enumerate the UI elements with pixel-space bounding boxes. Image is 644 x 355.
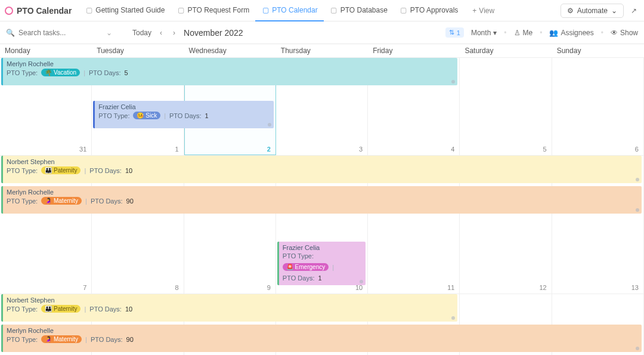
pto-type-tag: 🚨 Emergency	[283, 263, 329, 271]
tabs-container: ▢Getting Started Guide▢PTO Request Form▢…	[79, 0, 464, 21]
calendar-day-cell[interactable]: 5	[460, 58, 552, 155]
me-filter[interactable]: ♙ Me	[514, 29, 533, 37]
doc-icon: ▢	[177, 6, 185, 14]
divider: •	[504, 29, 506, 37]
pto-days-value: 5	[125, 69, 128, 76]
divider: •	[601, 29, 603, 37]
event-name: Merlyn Rochelle	[7, 60, 454, 67]
pto-days-label: PTO Days:	[169, 112, 202, 119]
tab-pto-request-form[interactable]: ▢PTO Request Form	[171, 0, 255, 21]
calendar-event[interactable]: Frazier CeliaPTO Type:🚨 Emergency|PTO Da…	[277, 242, 366, 285]
pto-type-label: PTO Type:	[7, 197, 38, 205]
prev-month-button[interactable]: ‹	[157, 27, 165, 38]
filter-count: 1	[457, 29, 460, 36]
separator: |	[332, 264, 334, 271]
pto-type-label: PTO Type:	[7, 305, 38, 313]
event-name: Merlyn Rochelle	[7, 189, 638, 196]
assignees-label: Assignees	[561, 29, 593, 37]
pto-days-value: 1	[318, 274, 321, 282]
doc-icon: ▢	[400, 6, 408, 14]
workspace-title[interactable]: PTO Calendar	[5, 6, 76, 16]
calendar-week-row: 78910111213Norbert StephenPTO Type:👪 Pat…	[0, 156, 644, 294]
date-number: 5	[543, 146, 547, 153]
automate-label: Automate	[577, 7, 608, 15]
me-label: Me	[523, 29, 533, 37]
tab-label: PTO Approvals	[410, 6, 458, 14]
separator: |	[84, 305, 86, 313]
date-number: 8	[175, 284, 178, 291]
pto-days-label: PTO Days:	[89, 69, 121, 76]
pto-type-tag: 🤒 Sick	[133, 112, 160, 119]
calendar-event[interactable]: Merlyn RochellePTO Type:🤰 Maternity|PTO …	[1, 186, 642, 214]
date-nav: Today ‹ › November 2022	[132, 27, 243, 38]
next-month-button[interactable]: ›	[171, 27, 178, 38]
eye-icon: 👁	[611, 29, 618, 37]
date-number: 7	[83, 284, 86, 291]
event-handle[interactable]	[636, 208, 639, 212]
doc-icon: ▢	[261, 6, 270, 14]
event-handle[interactable]	[451, 316, 455, 320]
assignees-filter[interactable]: 👥 Assignees	[549, 29, 593, 37]
event-detail-line: PTO Type:🤒 Sick|PTO Days: 1	[98, 112, 270, 119]
date-number: 12	[539, 284, 546, 291]
automate-button[interactable]: ⚙ Automate ⌄	[561, 4, 624, 18]
event-name: Norbert Stephen	[7, 297, 454, 304]
separator: |	[85, 197, 87, 205]
view-mode-select[interactable]: Month ▾	[471, 29, 497, 37]
tab-getting-started-guide[interactable]: ▢Getting Started Guide	[79, 0, 171, 21]
show-toggle[interactable]: 👁 Show	[611, 29, 638, 37]
date-number: 11	[447, 284, 454, 291]
people-icon: 👥	[549, 29, 558, 37]
pto-days-value: 10	[125, 305, 132, 313]
weekday-heading: Friday	[368, 44, 460, 57]
event-detail-line: PTO Type:👪 Paternity|PTO Days: 10	[7, 166, 638, 174]
event-handle[interactable]	[451, 80, 455, 84]
separator: |	[164, 112, 166, 119]
top-tabs-bar: PTO Calendar ▢Getting Started Guide▢PTO …	[0, 0, 644, 21]
date-number: 1	[175, 146, 178, 153]
event-handle[interactable]	[268, 123, 271, 126]
person-icon: ♙	[514, 29, 521, 37]
filter-chip[interactable]: ⇅ 1	[445, 27, 464, 38]
tab-pto-approvals[interactable]: ▢PTO Approvals	[394, 0, 464, 21]
calendar-event[interactable]: Frazier CeliaPTO Type:🤒 Sick|PTO Days: 1	[93, 101, 274, 128]
chevron-down-icon: ⌄	[611, 7, 617, 15]
workspace-title-text: PTO Calendar	[17, 6, 72, 16]
separator: |	[84, 167, 86, 174]
calendar-toolbar: 🔍 ⌄ Today ‹ › November 2022 ⇅ 1 Month ▾ …	[0, 21, 644, 44]
calendar-day-cell[interactable]: 6	[552, 58, 644, 155]
show-label: Show	[620, 29, 638, 37]
calendar-grid: 31123456Merlyn RochellePTO Type:🌴 Vacati…	[0, 58, 644, 355]
today-button[interactable]: Today	[132, 29, 151, 37]
date-number: 4	[451, 146, 454, 153]
calendar-event[interactable]: Norbert StephenPTO Type:👪 Paternity|PTO …	[1, 156, 642, 183]
workspace-icon	[5, 7, 13, 15]
search-dropdown-toggle[interactable]: ⌄	[103, 27, 116, 38]
plus-icon: +	[472, 7, 476, 15]
pto-type-label: PTO Type:	[283, 252, 314, 260]
pto-type-tag: 👪 Paternity	[41, 166, 80, 174]
search-icon: 🔍	[6, 29, 15, 37]
add-view-button[interactable]: + View	[466, 7, 500, 15]
event-handle[interactable]	[636, 347, 639, 350]
view-mode-label: Month	[471, 29, 491, 37]
pto-days-label: PTO Days:	[89, 305, 122, 313]
event-detail-line: PTO Type:🌴 Vacation|PTO Days: 5	[7, 69, 454, 76]
tab-pto-database[interactable]: ▢PTO Database	[324, 0, 394, 21]
tab-pto-calendar[interactable]: ▢PTO Calendar	[255, 0, 323, 21]
calendar-event[interactable]: Merlyn RochellePTO Type:🤰 Maternity|PTO …	[1, 325, 642, 352]
calendar-event[interactable]: Norbert StephenPTO Type:👪 Paternity|PTO …	[1, 294, 457, 322]
search-input[interactable]	[18, 29, 95, 37]
share-icon[interactable]: ↗	[628, 4, 639, 17]
separator: |	[85, 336, 87, 343]
event-handle[interactable]	[636, 178, 639, 181]
date-number: 9	[267, 284, 271, 291]
pto-days-label: PTO Days:	[89, 167, 122, 174]
event-detail-line: PTO Type:🤰 Maternity|PTO Days: 90	[7, 197, 638, 205]
weekday-heading: Saturday	[460, 44, 552, 57]
calendar-event[interactable]: Merlyn RochellePTO Type:🌴 Vacation|PTO D…	[1, 58, 457, 85]
event-handle[interactable]	[360, 280, 363, 283]
pto-type-label: PTO Type:	[7, 69, 38, 76]
top-right-controls: ⚙ Automate ⌄ ↗	[561, 4, 639, 18]
event-detail-line: PTO Type:👪 Paternity|PTO Days: 10	[7, 305, 454, 313]
